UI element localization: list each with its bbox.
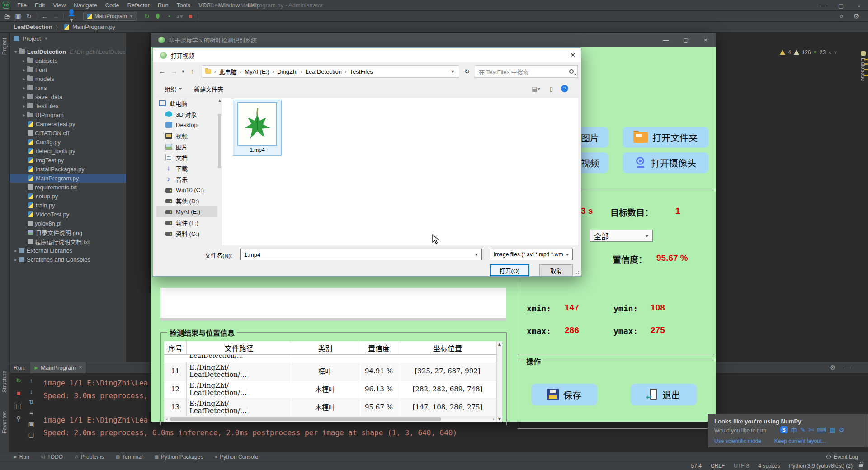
print-icon[interactable]: ▣ xyxy=(27,420,35,428)
search-box[interactable]: 在 TestFiles 中搜索 xyxy=(475,65,578,78)
run-tab[interactable]: ▶ MainProgram × xyxy=(30,362,86,373)
sidebar-item-视频[interactable]: 视频 xyxy=(156,130,217,141)
file-list-area[interactable]: 1.mp4 xyxy=(222,98,578,245)
tool-tab-python-packages[interactable]: ▦Python Packages xyxy=(155,454,203,460)
tree-item-datasets[interactable]: ▸datasets xyxy=(10,56,126,65)
next-problem-icon[interactable]: ˅ xyxy=(834,50,837,55)
down-stack-icon[interactable]: ↓ xyxy=(27,388,35,395)
chevron-expanded-icon[interactable]: ▾ xyxy=(13,49,19,54)
tree-item-detect_tools.py[interactable]: detect_tools.py xyxy=(10,146,126,155)
python-interpreter[interactable]: Python 3.9 (yolov8test) (2) xyxy=(789,463,853,469)
ime-settings-icon[interactable]: ⚙ xyxy=(839,426,844,433)
hide-panel-icon[interactable]: — xyxy=(842,364,853,371)
file-item-1mp4[interactable]: 1.mp4 xyxy=(233,100,282,156)
tree-item-setup.py[interactable]: setup.py xyxy=(10,192,126,201)
close-tab-icon[interactable]: × xyxy=(79,364,82,371)
resize-grip[interactable] xyxy=(576,271,579,275)
refresh-icon[interactable]: ↻ xyxy=(461,65,473,78)
search-everywhere-icon[interactable]: ⌕ xyxy=(836,12,847,20)
indent-setting[interactable]: 4 spaces xyxy=(758,463,780,469)
close-icon[interactable]: × xyxy=(850,0,868,11)
tree-item-UIProgram[interactable]: ▸UIProgram xyxy=(10,110,126,119)
sync-icon[interactable]: ↻ xyxy=(24,13,34,20)
sidebar-item-图片[interactable]: 图片 xyxy=(156,141,217,152)
chevron-collapsed-icon[interactable]: ▸ xyxy=(21,85,27,90)
tool-tab-problems[interactable]: ⚠Problems xyxy=(75,454,104,460)
class-filter-dropdown[interactable]: 全部 xyxy=(590,230,653,242)
tab-database[interactable]: Database xyxy=(860,51,866,81)
debug-icon[interactable]: ⬮ xyxy=(152,12,163,20)
tree-item-Config.py[interactable]: Config.py xyxy=(10,137,126,146)
tree-item-yolov8n.pt[interactable]: yolov8n.pt xyxy=(10,219,126,228)
scroll-right-icon[interactable]: › xyxy=(491,417,496,422)
organize-button[interactable]: 组织 xyxy=(165,85,176,93)
app-maximize-icon[interactable]: ▢ xyxy=(676,33,696,47)
breadcrumb-MyAI (E:)[interactable]: MyAI (E:) xyxy=(245,68,269,75)
menu-item-edit[interactable]: Edit xyxy=(31,0,49,11)
back-icon[interactable]: ← xyxy=(39,13,50,20)
user-icon[interactable]: 👤▾ xyxy=(66,9,77,24)
tree-item-External Libraries[interactable]: ▸External Libraries xyxy=(10,246,126,255)
caret-position[interactable]: 57:4 xyxy=(691,463,702,469)
chevron-collapsed-icon[interactable]: ▸ xyxy=(21,58,27,63)
save-button[interactable]: 保存 xyxy=(531,384,597,405)
sidebar-item-其他 (D:)[interactable]: 其他 (D:) xyxy=(156,195,217,206)
save-all-icon[interactable]: ▣ xyxy=(13,13,24,20)
table-vscrollbar[interactable]: ▲ ▼ xyxy=(496,341,502,422)
stop-icon[interactable]: ■ xyxy=(185,13,196,20)
tree-item-installPackages.py[interactable]: installPackages.py xyxy=(10,164,126,174)
filetype-dropdown[interactable]: Image files (*.avi *.mp4 *.wm xyxy=(490,249,573,260)
tree-item-MainProgram.py[interactable]: MainProgram.py xyxy=(10,174,126,183)
scroll-end-icon[interactable]: ≡ xyxy=(27,409,35,417)
rerun-icon[interactable]: ↻ xyxy=(14,377,23,384)
sidebar-scrollbar[interactable]: ▲ xyxy=(217,98,222,245)
preview-pane-icon[interactable]: ▯ xyxy=(550,85,553,92)
ime-grid-icon[interactable]: ▦ xyxy=(830,426,835,433)
scroll-left-icon[interactable]: ‹ xyxy=(164,417,170,422)
line-ending[interactable]: CRLF xyxy=(711,463,725,469)
table-row-12[interactable]: 12E:/DingZhi/LeafDetection/…木槿叶96.13 %[2… xyxy=(164,380,496,398)
chevron-collapsed-icon[interactable]: ▸ xyxy=(13,248,19,253)
tool-tab-python-console[interactable]: ≡Python Console xyxy=(215,454,258,460)
lock-icon[interactable] xyxy=(859,464,863,467)
sidebar-item-下载[interactable]: 下载 xyxy=(156,163,217,174)
tab-favorites[interactable]: Favorites xyxy=(1,411,8,433)
tab-structure[interactable]: Structure xyxy=(1,371,8,393)
ime-scissors-icon[interactable]: ✄ xyxy=(809,426,814,433)
new-folder-button[interactable]: 新建文件夹 xyxy=(194,85,223,93)
pin-icon[interactable]: ⚲ xyxy=(14,415,23,422)
breadcrumb-TestFiles[interactable]: TestFiles xyxy=(350,68,373,75)
chevron-collapsed-icon[interactable]: ▸ xyxy=(13,257,19,262)
menu-item-run[interactable]: Run xyxy=(154,0,173,11)
maximize-icon[interactable]: ▢ xyxy=(832,0,850,11)
run-settings-gear-icon[interactable]: ⚙ xyxy=(827,364,838,371)
address-dropdown-icon[interactable]: ▼ xyxy=(450,69,455,74)
app-minimize-icon[interactable]: — xyxy=(656,33,676,47)
chevron-collapsed-icon[interactable]: ▸ xyxy=(21,113,27,118)
ime-toolbar[interactable]: S 中 ✎ ✄ ⌨ ▦ ⚙ xyxy=(780,425,844,434)
breadcrumb-file[interactable]: MainProgram.py xyxy=(72,24,115,30)
menu-item-code[interactable]: Code xyxy=(101,0,123,11)
help-icon[interactable]: ? xyxy=(561,85,568,92)
minimize-icon[interactable]: — xyxy=(814,0,832,11)
file-encoding[interactable]: UTF-8 xyxy=(734,463,749,469)
menu-item-file[interactable]: File xyxy=(13,0,31,11)
stop-icon[interactable]: ■ xyxy=(14,390,23,397)
tab-project[interactable]: Project xyxy=(1,38,8,55)
sidebar-item-MyAI (E:)[interactable]: MyAI (E:) xyxy=(156,206,217,217)
nav-forward-icon[interactable]: → xyxy=(168,68,180,75)
chevron-collapsed-icon[interactable]: ▸ xyxy=(21,94,27,99)
tree-item-目录文件说明.png[interactable]: 目录文件说明.png xyxy=(10,228,126,237)
tree-item-程序运行说明文档.txt[interactable]: 程序运行说明文档.txt xyxy=(10,237,126,246)
run-config-selector[interactable]: MainProgram ▼ xyxy=(83,12,137,21)
dialog-close-icon[interactable]: ✕ xyxy=(565,48,581,62)
sidebar-item-Win10 (C:)[interactable]: Win10 (C:) xyxy=(156,184,217,195)
use-scientific-mode-link[interactable]: Use scientific mode xyxy=(714,438,761,444)
open-folder-icon[interactable]: 🗁 xyxy=(2,13,13,20)
project-panel-header[interactable]: Project ▼ xyxy=(10,33,126,44)
forward-icon[interactable]: → xyxy=(50,13,61,20)
ime-chinese-mode-icon[interactable]: 中 xyxy=(791,425,797,434)
table-row-13[interactable]: 13E:/DingZhi/LeafDetection/…木槿叶95.67 %[1… xyxy=(164,398,496,416)
rerun-icon[interactable]: ↻ xyxy=(142,13,152,20)
ime-keyboard-icon[interactable]: ⌨ xyxy=(817,426,826,433)
